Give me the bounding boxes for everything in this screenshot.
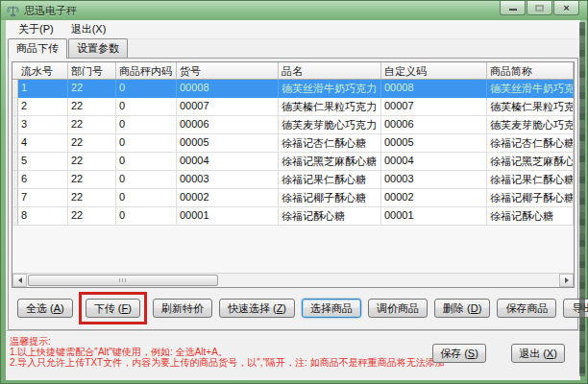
table-cell: 德芙麦芽脆心巧克力 [487, 116, 574, 134]
table-cell: 徐福记黑芝麻酥心糖 [279, 153, 381, 171]
refresh-special-price-button[interactable]: 刷新特价 [153, 299, 212, 318]
table-cell: 22 [68, 80, 116, 98]
app-window: 思迅电子秤 × 关于(P)退出(X) 商品下传设置参数 流水号部门号商品秤内码货… [0, 0, 588, 384]
footer: 温馨提示:1.以上快捷键需配合"Alt"键使用，例如: 全选Alt+A。2.导入… [6, 330, 580, 380]
delete-button[interactable]: 删除 (D) [434, 299, 490, 318]
table-cell: 00006 [381, 116, 487, 134]
table-cell: 徐福记杏仁酥心糖 [279, 134, 381, 153]
table-cell: 徐福记椰子酥心糖 [279, 189, 381, 207]
table-cell: 7 [18, 189, 68, 207]
table-cell: 22 [68, 153, 116, 171]
table-cell: 22 [68, 189, 116, 207]
table-cell: 6 [18, 171, 68, 189]
table-cell: 3 [18, 116, 68, 134]
table-cell: 5 [18, 153, 68, 171]
tab-strip: 商品下传设置参数 [6, 39, 580, 58]
table-cell: 2 [18, 98, 68, 116]
table-row[interactable]: 422000005徐福记杏仁酥心糖00005徐福记杏仁酥心糖 [12, 134, 574, 153]
column-header[interactable]: 货号 [177, 62, 279, 80]
table-cell: 00002 [381, 189, 487, 207]
table-cell: 00001 [177, 207, 279, 226]
table-cell: 22 [68, 98, 116, 116]
table-cell: 8 [18, 207, 68, 226]
close-button[interactable]: × [553, 1, 579, 15]
column-header[interactable]: 商品秤内码 [116, 62, 177, 80]
table-cell: 0 [116, 189, 177, 207]
scale-icon [7, 5, 19, 17]
table-cell: 0 [116, 116, 177, 134]
table-cell: 0 [116, 207, 177, 226]
table-row[interactable]: 122000008德芙丝滑牛奶巧克力00008德芙丝滑牛奶巧克力 [12, 80, 574, 98]
table-cell: 0 [116, 134, 177, 153]
table-cell: 00001 [381, 207, 487, 226]
client-area: 关于(P)退出(X) 商品下传设置参数 流水号部门号商品秤内码货号品名自定义码商… [6, 20, 580, 380]
table-cell: 德芙麦芽脆心巧克力 [279, 116, 381, 134]
download-button[interactable]: 下传 (F) [86, 299, 140, 318]
table-cell: 0 [116, 80, 177, 98]
table-cell: 00006 [177, 116, 279, 134]
table-cell: 00008 [381, 80, 487, 98]
window-border-streak [579, 22, 585, 376]
column-header[interactable]: 部门号 [68, 62, 116, 80]
table-row[interactable]: 222000007德芙榛仁果粒巧克力00007德芙榛仁果粒巧克力 [12, 98, 574, 116]
goods-grid: 流水号部门号商品秤内码货号品名自定义码商品简称 122000008德芙丝滑牛奶巧… [12, 61, 575, 288]
table-cell: 00005 [381, 134, 487, 153]
table-cell: 德芙榛仁果粒巧克力 [279, 98, 381, 116]
save-button[interactable]: 保存 (S) [432, 344, 486, 363]
close-icon: × [563, 3, 569, 13]
table-cell: 徐福记果仁酥心糖 [487, 171, 574, 189]
select-goods-button[interactable]: 选择商品 [302, 299, 361, 318]
table-row[interactable]: 822000001徐福记酥心糖00001徐福记酥心糖 [12, 207, 574, 226]
toolbar: 全选 (A)下传 (F)刷新特价快速选择 (Z)选择商品调价商品删除 (D)保存… [12, 288, 575, 328]
window-controls: × [500, 1, 579, 15]
exit-button[interactable]: 退出 (X) [511, 344, 565, 363]
table-cell: 0 [116, 98, 177, 116]
table-cell: 22 [68, 207, 116, 226]
table-cell: 德芙榛仁果粒巧克力 [487, 98, 574, 116]
title-bar: 思迅电子秤 × [1, 1, 587, 20]
table-cell: 德芙丝滑牛奶巧克力 [487, 80, 574, 98]
maximize-icon [535, 5, 544, 12]
table-row[interactable]: 622000003徐福记果仁酥心糖00003徐福记果仁酥心糖 [12, 171, 574, 189]
table-cell: 徐福记酥心糖 [279, 207, 381, 226]
table-cell: 00004 [177, 153, 279, 171]
table-cell: 00002 [177, 189, 279, 207]
triangle-left-icon [15, 277, 22, 283]
table-row[interactable]: 322000006德芙麦芽脆心巧克力00006德芙麦芽脆心巧克力 [12, 116, 574, 134]
scrollbar-thumb[interactable] [28, 275, 218, 286]
table-row[interactable]: 722000002徐福记椰子酥心糖00002徐福记椰子酥心糖 [12, 189, 574, 207]
table-cell: 00004 [381, 153, 487, 171]
column-header[interactable]: 品名 [279, 62, 381, 80]
column-header[interactable]: 商品简称 [487, 62, 574, 80]
horizontal-scrollbar[interactable] [12, 273, 574, 287]
table-cell: 22 [68, 171, 116, 189]
column-header[interactable]: 自定义码 [381, 62, 487, 80]
column-header[interactable]: 流水号 [18, 62, 68, 80]
table-cell: 4 [18, 134, 68, 153]
price-adjust-goods-button[interactable]: 调价商品 [368, 299, 428, 318]
table-cell: 徐福记椰子酥心糖 [487, 189, 574, 207]
menu-about[interactable]: 关于(P) [10, 19, 62, 39]
red-annotation-box: 下传 (F) [79, 292, 147, 324]
minimize-button[interactable] [500, 1, 526, 15]
table-cell: 00003 [381, 171, 487, 189]
table-cell: 德芙丝滑牛奶巧克力 [279, 80, 381, 98]
table-cell: 00007 [381, 98, 487, 116]
table-cell: 00003 [177, 171, 279, 189]
scroll-right-button[interactable] [559, 274, 574, 287]
maximize-button[interactable] [527, 1, 552, 15]
scroll-left-button[interactable] [12, 274, 27, 287]
save-goods-button[interactable]: 保存商品 [497, 299, 556, 318]
table-cell: 徐福记黑芝麻酥心糖 [487, 153, 574, 171]
table-cell: 22 [68, 134, 116, 153]
footer-buttons: 保存 (S)退出 (X) [432, 344, 565, 363]
menu-exit[interactable]: 退出(X) [62, 19, 115, 39]
quick-select-button[interactable]: 快速选择 (Z) [219, 299, 295, 318]
select-all-button[interactable]: 全选 (A) [17, 299, 73, 318]
table-cell: 00008 [177, 80, 279, 98]
table-row[interactable]: 522000004徐福记黑芝麻酥心糖00004徐福记黑芝麻酥心糖 [12, 153, 574, 171]
tab-goods-download[interactable]: 商品下传 [8, 38, 67, 59]
menu-bar: 关于(P)退出(X) [6, 20, 580, 39]
tab-settings[interactable]: 设置参数 [68, 38, 128, 58]
table-cell: 00005 [177, 134, 279, 153]
